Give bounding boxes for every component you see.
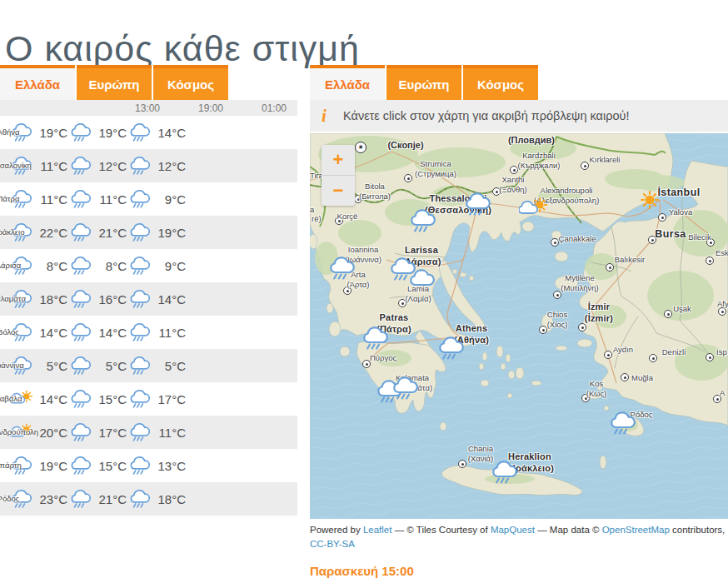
forecast-cell: 16°C xyxy=(67,289,127,309)
rain-icon xyxy=(128,189,151,209)
rain-icon xyxy=(128,256,151,276)
forecast-cell: 12°C xyxy=(67,156,127,176)
map-city-label: Muğla xyxy=(631,373,653,383)
map-city-label: Πύργος xyxy=(370,353,396,363)
city-name: Ιωάννινα xyxy=(0,361,24,371)
map-city-label: Bilecik xyxy=(688,232,711,242)
temperature: 9°C xyxy=(152,259,186,273)
sun-icon[interactable] xyxy=(637,189,662,211)
rain-icon[interactable] xyxy=(327,256,356,281)
zoom-out-button[interactable]: − xyxy=(322,175,355,206)
time-column-header: 13:00 xyxy=(101,102,164,114)
rain-icon xyxy=(128,122,151,142)
tab-left-2[interactable]: Κόσμος xyxy=(153,65,228,100)
map-city-label: Isp xyxy=(716,347,727,357)
tab-right-1[interactable]: Ευρώπη xyxy=(386,65,461,100)
rain-icon[interactable] xyxy=(361,326,389,351)
map-city-label: Kos(Κως) xyxy=(586,379,607,399)
tab-left-0[interactable]: Ελλάδα xyxy=(0,65,75,100)
time-header-row: 13:0019:0001:00 xyxy=(0,100,297,116)
temperature: 14°C xyxy=(34,326,67,340)
city-name: Πάτρα xyxy=(0,194,20,204)
town-marker-icon xyxy=(578,323,586,331)
weather-app: Ο καιρός κάθε στιγμή ΕλλάδαΕυρώπηΚόσμος … xyxy=(0,0,728,588)
map-city-label: Mytilene(Μυτιλήνη) xyxy=(561,273,598,293)
rain-icon[interactable] xyxy=(463,192,491,217)
temperature: 11°C xyxy=(34,192,67,207)
forecast-cell: 21°C xyxy=(67,222,127,242)
temperature: 15°C xyxy=(93,459,127,473)
forecast-panel: ΕλλάδαΕυρώπηΚόσμος 13:0019:0001:00 Αθήνα… xyxy=(0,65,297,516)
town-marker-icon xyxy=(664,310,672,318)
temperature: 11°C xyxy=(152,326,186,340)
rain-icon xyxy=(69,456,92,476)
temperature: 19°C xyxy=(152,226,186,240)
rain-icon[interactable] xyxy=(608,411,636,436)
cloud-sun-icon[interactable] xyxy=(519,196,547,221)
attribution-link[interactable]: Leaflet xyxy=(363,525,392,535)
city-name: Λάρισα xyxy=(0,261,21,271)
temperature: 19°C xyxy=(93,126,127,140)
rain-icon xyxy=(128,489,151,509)
tab-right-0[interactable]: Ελλάδα xyxy=(310,65,385,100)
temperature: 5°C xyxy=(34,359,67,373)
temperature: 14°C xyxy=(93,326,127,340)
temperature: 8°C xyxy=(93,259,127,273)
temperature: 21°C xyxy=(93,226,127,240)
town-marker-icon xyxy=(581,162,589,170)
time-column-header: 19:00 xyxy=(164,102,227,114)
town-marker-icon xyxy=(621,373,629,381)
temperature: 23°C xyxy=(34,492,67,506)
rain-icon[interactable] xyxy=(490,460,518,485)
forecast-cell: 19°C xyxy=(127,222,186,242)
zoom-in-button[interactable]: + xyxy=(322,145,355,175)
attribution-link[interactable]: OpenStreetMap xyxy=(602,525,670,535)
forecast-cell: 14°C xyxy=(127,122,186,142)
map-city-label: Afy xyxy=(717,299,728,309)
town-marker-icon xyxy=(510,166,518,174)
temperature: 18°C xyxy=(152,492,186,506)
forecast-cell: 11°C xyxy=(127,422,186,442)
rain-icon[interactable] xyxy=(436,336,465,361)
rain-icon xyxy=(69,222,92,242)
map-city-label: (Скопје) xyxy=(387,140,423,152)
rain-icon xyxy=(69,256,92,276)
map-city-label: İstanbul xyxy=(657,187,700,200)
rain-icon xyxy=(69,489,92,509)
temperature: 13°C xyxy=(152,459,186,473)
rain-icon[interactable] xyxy=(408,208,436,233)
table-row: Ρόδος23°C21°C18°C xyxy=(0,482,297,516)
city-name: Καβάλα xyxy=(0,394,22,404)
attribution-link[interactable]: CC-BY-SA xyxy=(310,539,355,549)
rain-icon xyxy=(69,189,92,209)
forecast-cell: 13°C xyxy=(127,456,186,476)
forecast-tabs: ΕλλάδαΕυρώπηΚόσμος xyxy=(0,65,297,100)
rain-icon[interactable] xyxy=(391,376,419,401)
temperature: 14°C xyxy=(152,292,186,306)
map-city-label: Korçë xyxy=(337,212,358,222)
forecast-cell: 14°C xyxy=(127,289,186,309)
map-city-label: Uşak xyxy=(673,304,691,314)
cloud-icon[interactable] xyxy=(407,268,436,293)
map-city-label: Bitola(Битола) xyxy=(359,182,391,202)
map-city-label: İzmir(İzmir) xyxy=(585,301,613,325)
table-row: Καβάλα14°C15°C17°C xyxy=(0,382,297,416)
forecast-cell: 17°C xyxy=(67,422,127,442)
tab-right-2[interactable]: Κόσμος xyxy=(463,65,538,100)
temperature: 17°C xyxy=(152,392,186,406)
weather-map[interactable]: (Скопје)★Strumica(Струмица)Bitola(Битола… xyxy=(310,133,728,519)
attribution-link[interactable]: MapQuest xyxy=(491,525,535,535)
tab-left-1[interactable]: Ευρώπη xyxy=(77,65,152,100)
town-marker-icon xyxy=(604,351,612,359)
temperature: 18°C xyxy=(34,292,67,306)
map-city-label: Denizli xyxy=(662,347,686,357)
forecast-cell: 11°C xyxy=(127,322,186,342)
table-row: Αλεξανδρούπολη20°C17°C11°C xyxy=(0,416,297,449)
city-name: Ρόδος xyxy=(0,494,19,504)
temperature: 16°C xyxy=(93,292,127,306)
temperature: 5°C xyxy=(152,359,186,373)
temperature: 11°C xyxy=(152,426,186,440)
table-row: Ηράκλειο22°C21°C19°C xyxy=(0,216,297,249)
map-city-label: A xyxy=(720,388,725,398)
forecast-timestamp: Παρασκευή 15:00 xyxy=(310,564,728,578)
